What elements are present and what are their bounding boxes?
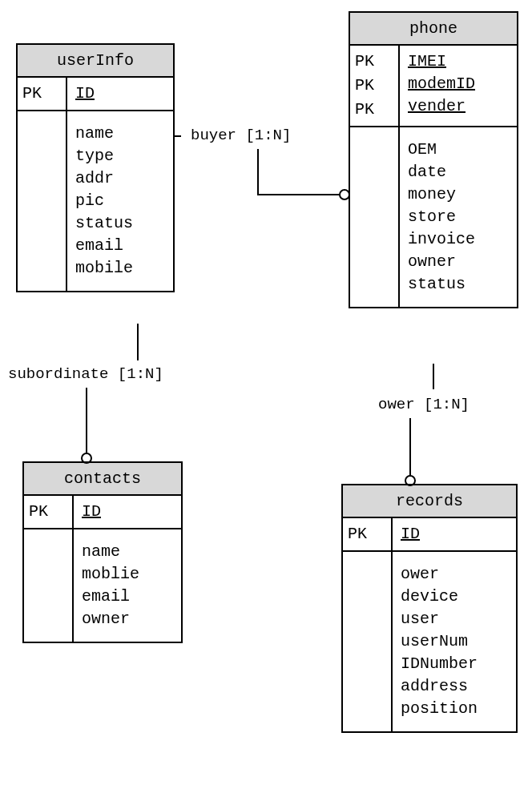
pk-label: PK	[355, 50, 393, 73]
pk-row: PK ID	[18, 78, 173, 111]
attr: addr	[75, 167, 165, 190]
attr: userNum	[401, 630, 508, 653]
attr: invoice	[408, 228, 509, 251]
entity-title: records	[343, 485, 516, 518]
attrs-row: ower device user userNum IDNumber addres…	[343, 552, 516, 731]
pk-label: PK	[355, 99, 393, 121]
attr: email	[82, 586, 173, 608]
pk-row: PK ID	[343, 518, 516, 552]
attr: money	[408, 183, 509, 206]
attr: mobile	[75, 257, 165, 280]
entity-records: records PK ID ower device user userNum I…	[341, 484, 518, 733]
attr: pic	[75, 190, 165, 212]
entity-title: contacts	[24, 463, 181, 496]
pk-label: PK	[355, 74, 393, 97]
attr: ower	[401, 563, 508, 586]
pk-attr: modemID	[408, 73, 509, 95]
entity-userinfo: userInfo PK ID name type addr pic status…	[16, 43, 175, 292]
attr: device	[401, 586, 508, 608]
entity-contacts: contacts PK ID name moblie email owner	[22, 461, 183, 643]
attr: type	[75, 145, 165, 167]
pk-attr: ID	[82, 501, 173, 523]
attr: position	[401, 698, 508, 720]
pk-attr: vender	[408, 95, 509, 118]
attr: store	[408, 206, 509, 228]
rel-label-ower: ower [1:N]	[378, 396, 470, 413]
entity-title: phone	[350, 13, 517, 46]
attr: address	[401, 675, 508, 698]
attr: IDNumber	[401, 653, 508, 675]
attr: name	[82, 541, 173, 563]
attr: owner	[408, 251, 509, 273]
attr: moblie	[82, 563, 173, 586]
attr: owner	[82, 608, 173, 630]
pk-attr: ID	[75, 83, 165, 105]
attr: status	[408, 273, 509, 296]
pk-attr: ID	[401, 523, 508, 545]
attrs-row: name type addr pic status email mobile	[18, 111, 173, 291]
pk-row: PK ID	[24, 496, 181, 529]
attr: date	[408, 161, 509, 183]
attr: user	[401, 608, 508, 630]
pk-attr: IMEI	[408, 50, 509, 73]
pk-row: PK PK PK IMEI modemID vender	[350, 46, 517, 127]
entity-phone: phone PK PK PK IMEI modemID vender OEM d…	[349, 11, 518, 308]
attrs-row: name moblie email owner	[24, 529, 181, 642]
attr: status	[75, 212, 165, 235]
pk-label: PK	[22, 83, 61, 105]
attr: name	[75, 123, 165, 145]
pk-label: PK	[348, 523, 386, 545]
rel-label-subordinate: subordinate [1:N]	[8, 365, 163, 383]
attr: email	[75, 235, 165, 257]
pk-label: PK	[29, 501, 67, 523]
attr: OEM	[408, 139, 509, 161]
attrs-row: OEM date money store invoice owner statu…	[350, 127, 517, 307]
rel-label-buyer: buyer [1:N]	[191, 127, 291, 144]
entity-title: userInfo	[18, 45, 173, 78]
